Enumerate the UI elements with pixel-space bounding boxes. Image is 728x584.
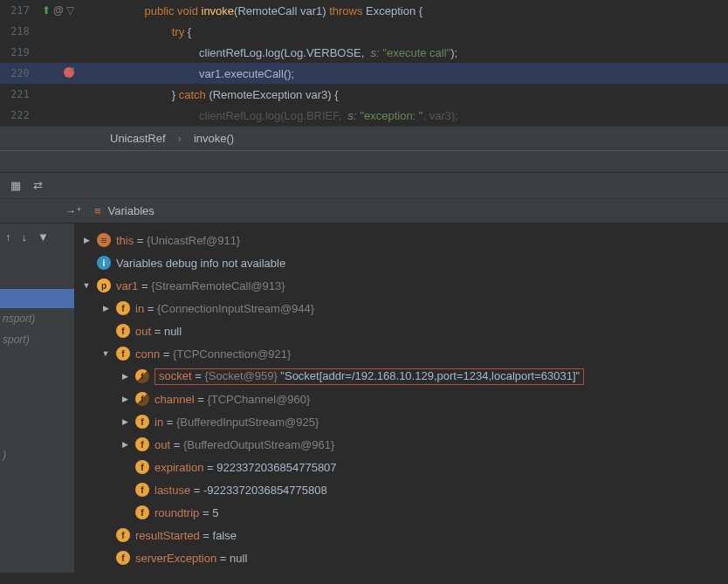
breadcrumb-method[interactable]: invoke() <box>194 132 234 145</box>
equals: = <box>170 438 183 451</box>
breadcrumb[interactable]: UnicastRef › invoke() <box>0 126 728 150</box>
gutter[interactable]: 221 <box>0 88 83 100</box>
var-name: lastuse <box>155 484 190 497</box>
equals: = <box>199 506 212 519</box>
expand-toggle-icon[interactable]: ▶ <box>81 236 92 244</box>
frame-text: nsport) <box>0 308 74 329</box>
field-icon: f <box>135 437 149 451</box>
code-line[interactable]: } catch (RemoteException var3) { <box>83 88 339 101</box>
var-serverException[interactable]: fserverException = null <box>74 546 728 569</box>
settings-icon[interactable]: ⇄ <box>33 179 40 192</box>
var-name: socket <box>159 369 192 382</box>
field-icon: f <box>135 483 149 497</box>
debug-toolstrip[interactable]: ▦ ⇄ <box>0 173 728 199</box>
var-out[interactable]: fout = null <box>74 319 728 342</box>
field-icon: f <box>135 460 149 474</box>
field-icon: f <box>116 551 130 565</box>
var-in[interactable]: ▶fin = {ConnectionInputStream@944} <box>74 297 728 319</box>
var-value: {ConnectionInputStream@944} <box>157 302 314 315</box>
gutter[interactable]: 218 <box>0 25 83 38</box>
var-name: serverException <box>135 552 216 565</box>
var-value: {TCPChannel@960} <box>207 393 310 406</box>
code-line[interactable]: try { <box>83 25 191 38</box>
equals: = <box>190 484 203 497</box>
var-out[interactable]: ▶fout = {BufferedOutputStream@961} <box>74 433 728 456</box>
var-literal: false <box>213 529 237 542</box>
variables-label: Variables <box>108 204 155 217</box>
down-arrow-icon[interactable]: ↓ <box>22 230 28 244</box>
var-roundtrip[interactable]: froundtrip = 5 <box>74 501 728 524</box>
equals: = <box>192 369 205 382</box>
code-editor[interactable]: 217⬆ @ ▽ public void invoke(RemoteCall v… <box>0 0 728 126</box>
var-name: out <box>135 325 151 338</box>
var-lastuse[interactable]: flastuse = -9223372036854775808 <box>74 478 728 501</box>
var-value: {Socket@959} <box>204 369 277 382</box>
equals: = <box>160 347 173 361</box>
var-literal: 5 <box>212 506 218 519</box>
var-expiration[interactable]: fexpiration = 9223372036854775807 <box>74 456 728 478</box>
var-conn[interactable]: ▼fconn = {TCPConnection@921} <box>74 342 728 365</box>
equals: = <box>151 325 164 338</box>
var-name: in <box>155 416 163 429</box>
table-view-icon[interactable]: ▦ <box>10 179 21 192</box>
equals: = <box>144 302 157 315</box>
info-icon: i <box>97 256 111 270</box>
var-in[interactable]: ▶fin = {BufferedInputStream@925} <box>74 410 728 433</box>
var-this[interactable]: ▶≡this = {UnicastRef@911} <box>74 229 728 251</box>
var-value: {StreamRemoteCall@913} <box>151 279 285 292</box>
equals: = <box>203 461 216 474</box>
code-line[interactable]: var1.executeCall(); <box>83 67 294 80</box>
var-name: this <box>116 234 134 247</box>
equals: = <box>163 416 176 429</box>
var-name: conn <box>135 347 160 361</box>
var-name: out <box>155 438 170 451</box>
up-arrow-icon[interactable]: ↑ <box>5 230 11 244</box>
expand-toggle-icon[interactable]: ▼ <box>100 349 111 358</box>
variables-header: →⁺ ≡ Variables <box>0 199 728 223</box>
expand-toggle-icon[interactable]: ▶ <box>120 372 130 381</box>
var-socket[interactable]: ▶fsocket = {Socket@959} "Socket[addr=/19… <box>74 365 728 388</box>
frame-selection[interactable] <box>0 289 74 308</box>
field-icon: f <box>135 415 149 429</box>
frame-text: ) <box>0 444 74 465</box>
equals: = <box>134 234 147 247</box>
code-line[interactable]: clientRefLog.log(Log.VERBOSE, s: "execut… <box>83 46 457 59</box>
code-line[interactable]: public void invoke(RemoteCall var1) thro… <box>83 4 422 17</box>
gutter[interactable]: 220✔ <box>0 67 83 79</box>
var-name: in <box>135 302 144 315</box>
var-literal: null <box>164 325 182 338</box>
var-name: channel <box>155 393 195 406</box>
expand-toggle-icon[interactable]: ▼ <box>81 281 92 290</box>
var-literal: -9223372036854775808 <box>203 484 327 497</box>
var-resultStarted[interactable]: fresultStarted = false <box>74 524 728 546</box>
info-text: Variables debug info not available <box>116 257 285 270</box>
var-channel[interactable]: ▶fchannel = {TCPChannel@960} <box>74 388 728 410</box>
var-literal: 9223372036854775807 <box>216 461 336 474</box>
var-name: expiration <box>155 461 203 474</box>
var-name: var1 <box>116 279 138 292</box>
filter-icon[interactable]: ▼ <box>38 230 49 244</box>
expand-toggle-icon[interactable]: ▶ <box>120 417 130 426</box>
field-icon: f <box>116 528 130 542</box>
gutter[interactable]: 219 <box>0 46 83 58</box>
var-var1[interactable]: ▼pvar1 = {StreamRemoteCall@913} <box>74 274 728 297</box>
expand-toggle-icon[interactable]: ▶ <box>100 304 111 313</box>
breadcrumb-class[interactable]: UnicastRef <box>110 132 166 145</box>
breakpoint-icon[interactable]: ✔ <box>64 67 74 80</box>
var-literal: null <box>230 552 247 565</box>
gutter[interactable]: 217⬆ @ ▽ <box>0 4 83 17</box>
var-info[interactable]: iVariables debug info not available <box>74 251 728 274</box>
code-line[interactable]: clientRefLog.log(Log.BRIEF, s: "exceptio… <box>83 109 458 122</box>
equals: = <box>200 529 213 542</box>
var-value: {TCPConnection@921} <box>173 347 291 361</box>
var-string: "Socket[addr=/192.168.10.129,port=1234,l… <box>278 369 580 382</box>
new-watch-icon[interactable]: →⁺ <box>65 204 82 217</box>
variables-tree[interactable]: ▶≡this = {UnicastRef@911}iVariables debu… <box>74 223 728 573</box>
var-value: {BufferedInputStream@925} <box>176 416 319 429</box>
var-name: roundtrip <box>155 506 199 519</box>
field-icon: f <box>116 324 130 338</box>
breadcrumb-separator: › <box>178 132 182 145</box>
expand-toggle-icon[interactable]: ▶ <box>120 395 130 403</box>
expand-toggle-icon[interactable]: ▶ <box>120 440 130 449</box>
gutter[interactable]: 222 <box>0 109 83 121</box>
